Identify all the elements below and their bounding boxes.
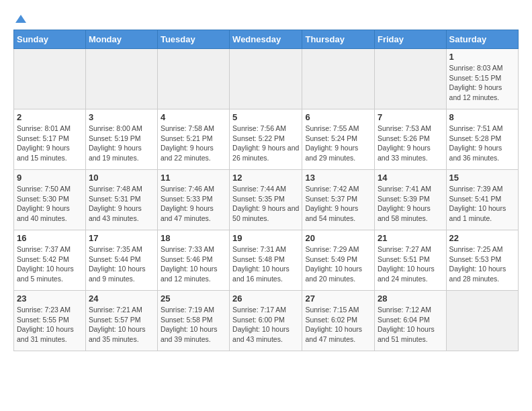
- day-number: 24: [89, 293, 154, 304]
- day-number: 28: [378, 293, 443, 304]
- day-info: Sunrise: 7:42 AM Sunset: 5:37 PM Dayligh…: [305, 184, 371, 224]
- calendar-week-4: 16Sunrise: 7:37 AM Sunset: 5:42 PM Dayli…: [14, 230, 519, 291]
- calendar-week-2: 2Sunrise: 8:01 AM Sunset: 5:17 PM Daylig…: [14, 109, 519, 170]
- calendar-cell: 9Sunrise: 7:50 AM Sunset: 5:30 PM Daylig…: [14, 170, 86, 230]
- day-info: Sunrise: 7:55 AM Sunset: 5:24 PM Dayligh…: [305, 124, 371, 163]
- day-info: Sunrise: 7:21 AM Sunset: 5:57 PM Dayligh…: [89, 305, 154, 345]
- calendar-week-1: 1Sunrise: 8:03 AM Sunset: 5:15 PM Daylig…: [14, 49, 519, 109]
- day-info: Sunrise: 7:12 AM Sunset: 6:04 PM Dayligh…: [378, 305, 443, 345]
- logo: [13, 13, 28, 23]
- day-number: 21: [378, 233, 443, 243]
- day-info: Sunrise: 7:23 AM Sunset: 5:55 PM Dayligh…: [17, 305, 83, 345]
- day-number: 10: [89, 173, 154, 183]
- day-info: Sunrise: 7:29 AM Sunset: 5:49 PM Dayligh…: [305, 244, 371, 284]
- calendar-table: SundayMondayTuesdayWednesdayThursdayFrid…: [13, 30, 519, 351]
- calendar-cell: 16Sunrise: 7:37 AM Sunset: 5:42 PM Dayli…: [14, 230, 86, 291]
- calendar-cell: [230, 49, 302, 109]
- day-number: 11: [161, 173, 226, 183]
- header-thursday: Thursday: [302, 30, 375, 49]
- day-info: Sunrise: 7:56 AM Sunset: 5:22 PM Dayligh…: [232, 124, 299, 163]
- page-header: [13, 13, 519, 23]
- calendar-cell: [85, 49, 157, 109]
- day-number: 15: [449, 173, 515, 183]
- day-info: Sunrise: 7:27 AM Sunset: 5:51 PM Dayligh…: [378, 244, 443, 284]
- calendar-cell: 12Sunrise: 7:44 AM Sunset: 5:35 PM Dayli…: [230, 170, 302, 230]
- calendar-cell: 27Sunrise: 7:15 AM Sunset: 6:02 PM Dayli…: [302, 291, 375, 351]
- day-number: 6: [305, 112, 371, 122]
- calendar-cell: 18Sunrise: 7:33 AM Sunset: 5:46 PM Dayli…: [157, 230, 229, 291]
- day-info: Sunrise: 7:19 AM Sunset: 5:58 PM Dayligh…: [161, 305, 226, 345]
- day-number: 12: [232, 173, 299, 183]
- day-info: Sunrise: 7:41 AM Sunset: 5:39 PM Dayligh…: [378, 184, 443, 224]
- calendar-week-3: 9Sunrise: 7:50 AM Sunset: 5:30 PM Daylig…: [14, 170, 519, 230]
- day-info: Sunrise: 7:58 AM Sunset: 5:21 PM Dayligh…: [161, 124, 226, 163]
- calendar-cell: 22Sunrise: 7:25 AM Sunset: 5:53 PM Dayli…: [446, 230, 518, 291]
- day-number: 8: [449, 112, 515, 122]
- calendar-cell: 7Sunrise: 7:53 AM Sunset: 5:26 PM Daylig…: [375, 109, 447, 170]
- calendar-cell: 26Sunrise: 7:17 AM Sunset: 6:00 PM Dayli…: [230, 291, 302, 351]
- calendar-cell: 25Sunrise: 7:19 AM Sunset: 5:58 PM Dayli…: [157, 291, 229, 351]
- day-info: Sunrise: 7:25 AM Sunset: 5:53 PM Dayligh…: [449, 244, 515, 284]
- header-tuesday: Tuesday: [157, 30, 229, 49]
- header-friday: Friday: [375, 30, 447, 49]
- day-number: 13: [305, 173, 371, 183]
- day-number: 27: [305, 293, 371, 304]
- header-saturday: Saturday: [446, 30, 518, 49]
- calendar-cell: 13Sunrise: 7:42 AM Sunset: 5:37 PM Dayli…: [302, 170, 375, 230]
- day-number: 26: [232, 293, 299, 304]
- day-number: 7: [378, 112, 443, 122]
- day-info: Sunrise: 7:53 AM Sunset: 5:26 PM Dayligh…: [378, 124, 443, 163]
- day-info: Sunrise: 7:33 AM Sunset: 5:46 PM Dayligh…: [161, 244, 226, 284]
- calendar-cell: 15Sunrise: 7:39 AM Sunset: 5:41 PM Dayli…: [446, 170, 518, 230]
- day-number: 17: [89, 233, 154, 243]
- calendar-cell: [446, 291, 518, 351]
- day-info: Sunrise: 7:31 AM Sunset: 5:48 PM Dayligh…: [232, 244, 299, 284]
- calendar-cell: 24Sunrise: 7:21 AM Sunset: 5:57 PM Dayli…: [85, 291, 157, 351]
- calendar-week-5: 23Sunrise: 7:23 AM Sunset: 5:55 PM Dayli…: [14, 291, 519, 351]
- header-sunday: Sunday: [14, 30, 86, 49]
- day-number: 5: [232, 112, 299, 122]
- logo-icon: [14, 13, 28, 27]
- day-number: 9: [17, 173, 83, 183]
- day-info: Sunrise: 7:35 AM Sunset: 5:44 PM Dayligh…: [89, 244, 154, 284]
- svg-marker-0: [15, 15, 26, 23]
- day-info: Sunrise: 7:50 AM Sunset: 5:30 PM Dayligh…: [17, 184, 83, 224]
- calendar-cell: 8Sunrise: 7:51 AM Sunset: 5:28 PM Daylig…: [446, 109, 518, 170]
- day-number: 22: [449, 233, 515, 243]
- calendar-cell: 1Sunrise: 8:03 AM Sunset: 5:15 PM Daylig…: [446, 49, 518, 109]
- day-info: Sunrise: 7:15 AM Sunset: 6:02 PM Dayligh…: [305, 305, 371, 345]
- calendar-cell: 21Sunrise: 7:27 AM Sunset: 5:51 PM Dayli…: [375, 230, 447, 291]
- day-number: 19: [232, 233, 299, 243]
- day-number: 2: [17, 112, 83, 122]
- calendar-cell: 17Sunrise: 7:35 AM Sunset: 5:44 PM Dayli…: [85, 230, 157, 291]
- calendar-cell: [302, 49, 375, 109]
- day-info: Sunrise: 7:44 AM Sunset: 5:35 PM Dayligh…: [232, 184, 299, 224]
- day-info: Sunrise: 8:00 AM Sunset: 5:19 PM Dayligh…: [89, 124, 154, 163]
- header-monday: Monday: [85, 30, 157, 49]
- calendar-cell: 20Sunrise: 7:29 AM Sunset: 5:49 PM Dayli…: [302, 230, 375, 291]
- calendar-cell: 19Sunrise: 7:31 AM Sunset: 5:48 PM Dayli…: [230, 230, 302, 291]
- calendar-cell: 4Sunrise: 7:58 AM Sunset: 5:21 PM Daylig…: [157, 109, 229, 170]
- day-info: Sunrise: 7:46 AM Sunset: 5:33 PM Dayligh…: [161, 184, 226, 224]
- calendar-cell: 23Sunrise: 7:23 AM Sunset: 5:55 PM Dayli…: [14, 291, 86, 351]
- day-number: 20: [305, 233, 371, 243]
- calendar-cell: 28Sunrise: 7:12 AM Sunset: 6:04 PM Dayli…: [375, 291, 447, 351]
- day-info: Sunrise: 7:51 AM Sunset: 5:28 PM Dayligh…: [449, 124, 515, 163]
- day-info: Sunrise: 7:48 AM Sunset: 5:31 PM Dayligh…: [89, 184, 154, 224]
- calendar-cell: 6Sunrise: 7:55 AM Sunset: 5:24 PM Daylig…: [302, 109, 375, 170]
- calendar-cell: 10Sunrise: 7:48 AM Sunset: 5:31 PM Dayli…: [85, 170, 157, 230]
- calendar-cell: 14Sunrise: 7:41 AM Sunset: 5:39 PM Dayli…: [375, 170, 447, 230]
- day-number: 18: [161, 233, 226, 243]
- day-number: 23: [17, 293, 83, 304]
- day-info: Sunrise: 8:01 AM Sunset: 5:17 PM Dayligh…: [17, 124, 83, 163]
- day-number: 4: [161, 112, 226, 122]
- day-number: 1: [449, 52, 515, 62]
- day-number: 3: [89, 112, 154, 122]
- calendar-cell: [375, 49, 447, 109]
- calendar-cell: 3Sunrise: 8:00 AM Sunset: 5:19 PM Daylig…: [85, 109, 157, 170]
- day-info: Sunrise: 8:03 AM Sunset: 5:15 PM Dayligh…: [449, 63, 515, 103]
- day-info: Sunrise: 7:17 AM Sunset: 6:00 PM Dayligh…: [232, 305, 299, 345]
- calendar-cell: 5Sunrise: 7:56 AM Sunset: 5:22 PM Daylig…: [230, 109, 302, 170]
- day-number: 25: [161, 293, 226, 304]
- day-number: 14: [378, 173, 443, 183]
